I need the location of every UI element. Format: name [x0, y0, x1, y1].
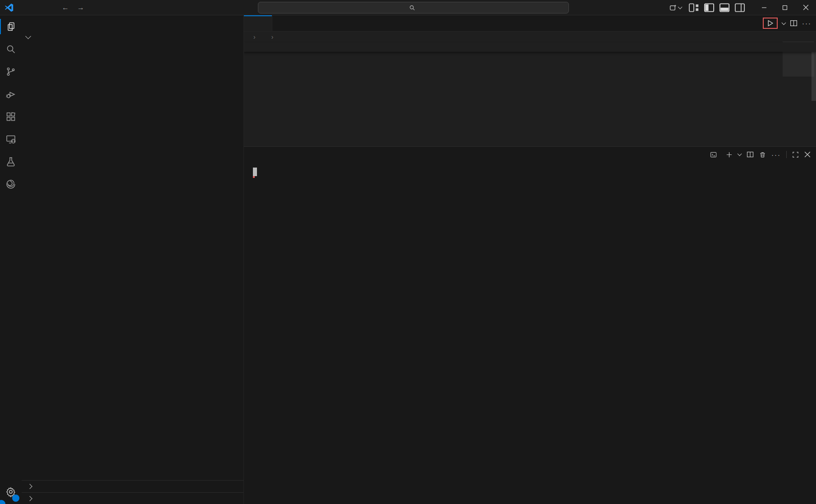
- new-terminal-icon[interactable]: [726, 151, 733, 158]
- breadcrumb-separator: ›: [253, 33, 256, 41]
- customize-layout-icon[interactable]: [688, 2, 700, 14]
- settings-badge: [12, 495, 19, 502]
- tab-main-py[interactable]: [244, 15, 272, 31]
- split-editor-icon[interactable]: [790, 19, 798, 27]
- command-center-search[interactable]: [258, 2, 569, 14]
- activitybar-spiral-extension[interactable]: [0, 173, 22, 195]
- activitybar-search[interactable]: [0, 38, 22, 60]
- vscode-logo-icon: [4, 3, 14, 13]
- terminal-icon: [710, 151, 717, 158]
- vscode-window: ← →: [0, 0, 816, 504]
- python-file-icon: [249, 20, 257, 27]
- run-dropdown-chevron-icon[interactable]: [782, 20, 786, 25]
- run-annotation-box: [763, 18, 778, 29]
- editor-more-actions-icon[interactable]: ···: [802, 19, 811, 27]
- settings-gear-button[interactable]: [0, 481, 22, 503]
- timeline-section[interactable]: [22, 492, 243, 504]
- panel-header: ···: [244, 147, 816, 162]
- chevron-down-icon: [678, 5, 683, 9]
- search-icon: [5, 44, 16, 54]
- source-control-icon: [5, 66, 16, 77]
- editor-tab-bar: ···: [244, 15, 816, 32]
- spiral-icon: [5, 179, 16, 190]
- remote-explorer-icon: [5, 134, 16, 145]
- terminal-cursor: [253, 168, 257, 176]
- chevron-right-icon: [27, 496, 32, 501]
- explorer-sidebar: [22, 15, 243, 504]
- search-icon: [409, 5, 415, 11]
- title-bar: ← →: [0, 0, 816, 15]
- maximize-panel-icon[interactable]: [792, 151, 799, 158]
- run-debug-icon: [5, 89, 16, 100]
- toggle-secondary-sidebar-icon[interactable]: [734, 2, 746, 14]
- split-terminal-icon[interactable]: [747, 151, 754, 158]
- activitybar-remote-explorer[interactable]: [0, 128, 22, 150]
- divider: [786, 151, 787, 158]
- terminal-output[interactable]: [244, 162, 816, 504]
- close-panel-icon[interactable]: [804, 151, 811, 158]
- workspace-section-header[interactable]: [22, 31, 243, 43]
- nav-back-icon[interactable]: ←: [62, 4, 69, 12]
- close-icon[interactable]: [795, 0, 816, 15]
- files-icon: [5, 21, 16, 32]
- beaker-icon: [5, 156, 16, 167]
- toggle-panel-icon[interactable]: [719, 2, 730, 14]
- copilot-icon[interactable]: [667, 2, 684, 14]
- breadcrumb[interactable]: › ›: [244, 32, 816, 42]
- breadcrumb-separator: ›: [271, 33, 274, 41]
- terminal-instance-label[interactable]: [710, 151, 720, 158]
- nav-forward-icon[interactable]: →: [77, 4, 84, 12]
- activitybar-testing[interactable]: [0, 150, 22, 173]
- activitybar-extensions[interactable]: [0, 105, 22, 128]
- activitybar-run-debug[interactable]: [0, 83, 22, 105]
- minimize-icon[interactable]: [754, 0, 775, 15]
- activity-bar: [0, 15, 22, 504]
- output-annotation-box: [253, 176, 255, 178]
- code-editor[interactable]: › ›: [244, 32, 816, 146]
- outline-section[interactable]: [22, 480, 243, 492]
- chevron-right-icon: [27, 484, 32, 489]
- kill-terminal-trash-icon[interactable]: [759, 151, 766, 158]
- panel-more-actions-icon[interactable]: ···: [771, 151, 781, 159]
- terminal-dropdown-chevron-icon[interactable]: [738, 152, 742, 156]
- sticky-scroll-line: [244, 42, 816, 52]
- toggle-primary-sidebar-icon[interactable]: [703, 2, 715, 14]
- chevron-down-icon: [25, 33, 31, 39]
- activitybar-explorer[interactable]: [0, 15, 22, 38]
- bottom-panel: ···: [244, 146, 816, 504]
- maximize-icon[interactable]: [775, 0, 795, 15]
- extensions-icon: [5, 111, 16, 122]
- activitybar-source-control[interactable]: [0, 60, 22, 83]
- python-file-icon: [259, 34, 265, 40]
- run-python-file-button[interactable]: [766, 19, 774, 27]
